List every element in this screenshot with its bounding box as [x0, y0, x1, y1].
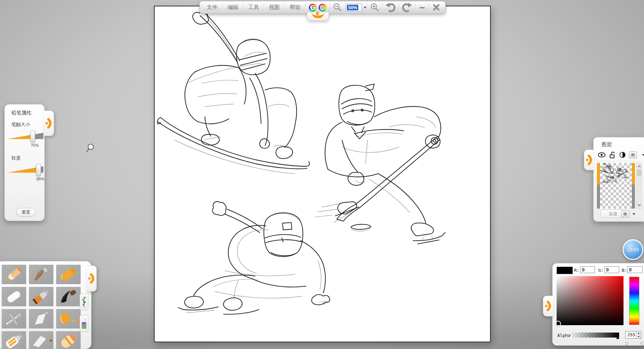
tool-airbrush[interactable] [2, 309, 26, 329]
close-button[interactable] [429, 1, 443, 13]
scroll-up-button[interactable] [637, 163, 642, 169]
layer-menu-button[interactable] [629, 151, 637, 158]
r-label: R: [574, 268, 579, 273]
alpha-value[interactable]: 255 [626, 332, 636, 338]
pencil-panel-collapse-handle[interactable] [44, 111, 54, 136]
scroll-down-button[interactable] [637, 202, 642, 208]
app-logo-clown[interactable] [306, 1, 330, 13]
layer-scrollbar[interactable] [636, 163, 642, 209]
alpha-decrement-button[interactable] [636, 335, 641, 338]
flat-brush-icon [31, 288, 52, 305]
opacity-half-icon[interactable] [619, 151, 626, 158]
panel-title: 铅笔属性 [11, 110, 42, 116]
layer-list [597, 163, 635, 209]
menu-view[interactable]: 视图 [264, 4, 285, 11]
b-input[interactable]: 0 [627, 266, 643, 273]
pointed-brush-icon [31, 266, 52, 283]
menu-tools[interactable]: 工具 [243, 4, 264, 11]
zoom-dropdown-caret[interactable] [364, 7, 366, 8]
tool-chalk[interactable] [2, 287, 26, 306]
current-color-swatch[interactable] [557, 267, 573, 274]
palette-collapse-handle[interactable] [86, 265, 97, 292]
b-label: B: [622, 268, 627, 273]
visibility-eye-icon[interactable] [598, 152, 606, 158]
layer-thumbnail-empty [600, 184, 632, 209]
softness-label: 软度 [11, 155, 42, 161]
zoom-out-button[interactable] [330, 1, 345, 13]
redo-button[interactable] [399, 1, 415, 13]
softness-slider-handle[interactable] [36, 164, 41, 176]
softness-value: 86% [33, 177, 48, 181]
undo-button[interactable] [383, 1, 399, 13]
panel-handle-icon [88, 272, 95, 285]
crayon-icon [58, 266, 79, 283]
minimize-button[interactable] [415, 1, 429, 13]
tool-calligraphy-brush[interactable] [29, 331, 53, 349]
panel-handle-icon [45, 117, 52, 130]
tool-eraser[interactable] [56, 331, 81, 349]
brush-size-slider[interactable]: 70% [8, 130, 43, 142]
zoom-level-control: 50% [346, 3, 366, 11]
lock-open-icon[interactable] [609, 151, 616, 158]
menu-edit[interactable]: 编辑 [223, 4, 243, 11]
tool-paint-roller[interactable] [56, 309, 81, 329]
softness-slider[interactable]: 86% [8, 164, 43, 175]
tool-grid [2, 265, 81, 349]
panel-handle-icon [545, 299, 552, 313]
r-input[interactable]: 0 [580, 266, 595, 273]
image-stamp-icon [81, 317, 87, 330]
paint-roller-icon [58, 310, 79, 328]
drawing-canvas[interactable] [154, 6, 491, 342]
tool-crayon[interactable] [56, 265, 81, 284]
tool-pencil[interactable] [2, 265, 26, 284]
zoom-out-icon [333, 3, 342, 12]
menu-file[interactable]: 文件 [202, 4, 223, 11]
alpha-label: Alpha [557, 333, 570, 338]
tool-flat-brush[interactable] [29, 287, 53, 306]
tool-pointed-brush[interactable] [29, 265, 53, 284]
tool-palette-knife[interactable] [29, 309, 53, 329]
g-input[interactable]: 0 [604, 266, 619, 273]
scrollbar-thumb[interactable] [637, 169, 641, 176]
layer-item-empty[interactable] [597, 184, 635, 209]
menu-lines-icon [623, 212, 627, 216]
tool-paint-tube[interactable] [2, 331, 26, 349]
brush-size-slider-handle[interactable] [30, 130, 35, 142]
alpha-spinner: 255 [625, 331, 641, 339]
chevron-up-icon [637, 165, 641, 168]
tool-palette-panel [0, 261, 91, 349]
color-panel-collapse-handle[interactable] [543, 296, 553, 316]
alpha-increment-button[interactable] [636, 332, 641, 335]
image-stamp-button[interactable] [80, 315, 88, 332]
reset-button[interactable]: 重置 [16, 208, 36, 217]
close-icon [432, 3, 441, 12]
session-clock: 13:03 [622, 239, 643, 260]
pencil-icon [3, 266, 25, 283]
menu-help[interactable]: 帮助 [285, 4, 306, 11]
alpha-slider-marker[interactable] [616, 336, 619, 339]
airbrush-icon [3, 310, 25, 328]
app-screen: 文件 编辑 工具 视图 帮助 [0, 0, 644, 349]
hue-marker-left[interactable] [626, 342, 629, 346]
layers-panel: 图层 [593, 137, 644, 222]
layer-item-active[interactable] [597, 163, 635, 184]
layer-list-menu-button[interactable] [621, 211, 629, 217]
undo-icon [385, 2, 396, 12]
sv-cursor[interactable] [555, 321, 561, 326]
plant-brush-button[interactable] [80, 294, 88, 310]
calligraphy-brush-icon [31, 332, 52, 349]
layer-menu-caret[interactable] [642, 154, 644, 156]
panel-handle-icon [586, 153, 593, 167]
ink-brush-icon [58, 288, 79, 305]
zoom-in-button[interactable] [367, 1, 382, 13]
brush-size-value: 70% [27, 143, 42, 148]
saturation-value-picker[interactable] [557, 276, 623, 325]
layer-list-menu-caret[interactable] [633, 213, 635, 215]
tool-ink-brush[interactable] [56, 287, 81, 306]
zoom-level-input[interactable]: 50% [346, 3, 362, 11]
layers-panel-collapse-handle[interactable] [584, 149, 594, 170]
hue-strip[interactable] [629, 277, 639, 325]
hue-marker-right[interactable] [640, 342, 643, 346]
minimize-icon [418, 3, 426, 11]
alpha-slider[interactable] [570, 333, 619, 338]
